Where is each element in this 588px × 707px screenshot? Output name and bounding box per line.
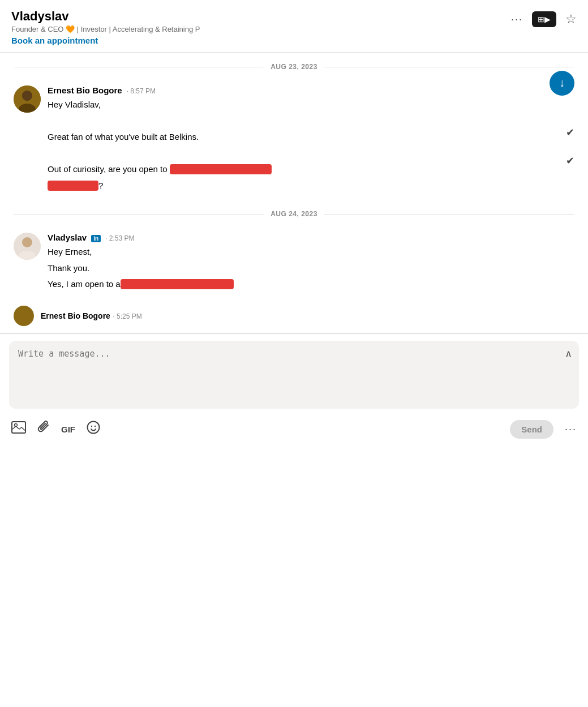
avatar-ernest-small (14, 306, 34, 326)
image-icon (11, 422, 26, 436)
message-vladyslav-1: Vladyslav in · 2:53 PM Hey Ernest, Thank… (0, 228, 588, 299)
message-toolbar: GIF Send ··· (9, 415, 579, 443)
redacted-text-3 (121, 279, 234, 289)
message-text-ernest-1: Hey Vladislav, Great fan of what you've … (48, 98, 574, 192)
contact-title: Founder & CEO 🧡 | Investor | Acceleratin… (11, 25, 200, 33)
linkedin-badge: in (91, 235, 101, 242)
preview-info: Ernest Bio Bogore · 5:25 PM (41, 311, 142, 321)
svg-point-5 (22, 237, 32, 247)
message-body-ernest-1: Ernest Bio Bogore · 8:57 PM Hey Vladisla… (48, 85, 574, 195)
avatar-ernest (14, 85, 41, 113)
read-receipt-2: ✔ (566, 155, 574, 167)
message-time-vladyslav: · 2:53 PM (105, 234, 134, 242)
svg-point-3 (22, 91, 32, 101)
more-options-button[interactable]: ··· (511, 14, 523, 25)
emoji-icon (87, 423, 100, 437)
message-input-wrapper: ∧ (9, 341, 579, 409)
redacted-text-1 (170, 164, 272, 174)
video-icon: ⊞▶ (538, 15, 551, 24)
send-button[interactable]: Send (510, 420, 553, 439)
arrow-down-icon: ↓ (559, 76, 565, 89)
book-appointment-link[interactable]: Book an appointment (11, 36, 98, 52)
chat-container: AUG 23, 2023 Ernest Bio Bogore · 8:57 PM (0, 53, 588, 333)
chevron-up-icon: ∧ (565, 348, 572, 359)
image-attach-button[interactable] (11, 421, 26, 437)
date-divider-2: AUG 24, 2023 (0, 200, 588, 228)
star-button[interactable]: ☆ (565, 12, 577, 27)
sender-name-vladyslav: Vladyslav (48, 233, 87, 242)
scroll-to-bottom-button[interactable]: ↓ (550, 71, 574, 96)
message-header-vladyslav: Vladyslav in · 2:53 PM (48, 233, 574, 242)
message-time: · 8:57 PM (127, 87, 156, 95)
expand-input-button[interactable]: ∧ (565, 348, 572, 360)
sender-name: Ernest Bio Bogore (48, 85, 122, 95)
message-text-vladyslav: Hey Ernest, Thank you. Yes, I am open to… (48, 246, 574, 291)
input-section: ∧ GIF (0, 333, 588, 450)
emoji-button[interactable] (87, 421, 100, 438)
header-actions: ··· ⊞▶ ☆ (511, 9, 577, 27)
toolbar-more-button[interactable]: ··· (565, 423, 577, 435)
contact-name: Vladyslav (11, 9, 200, 24)
avatar-vladyslav (14, 233, 41, 260)
message-ernest-1: Ernest Bio Bogore · 8:57 PM Hey Vladisla… (0, 81, 588, 200)
paperclip-icon (37, 423, 50, 438)
read-receipt-1: ✔ (566, 126, 574, 139)
more-icon: ··· (565, 423, 577, 435)
video-call-button[interactable]: ⊞▶ (532, 11, 556, 27)
redacted-text-2 (48, 181, 98, 191)
message-header-ernest: Ernest Bio Bogore · 8:57 PM (48, 85, 574, 95)
contact-info: Vladyslav Founder & CEO 🧡 | Investor | A… (11, 9, 200, 33)
preview-name: Ernest Bio Bogore · 5:25 PM (41, 311, 142, 321)
gif-button[interactable]: GIF (61, 425, 75, 434)
svg-point-10 (91, 426, 92, 427)
message-body-vladyslav: Vladyslav in · 2:53 PM Hey Ernest, Thank… (48, 233, 574, 294)
svg-point-9 (88, 422, 100, 434)
message-ernest-preview: Ernest Bio Bogore · 5:25 PM (0, 299, 588, 333)
message-header-panel: Vladyslav Founder & CEO 🧡 | Investor | A… (0, 0, 588, 53)
message-input[interactable] (18, 349, 570, 394)
chat-area: AUG 23, 2023 Ernest Bio Bogore · 8:57 PM (0, 53, 588, 333)
svg-point-11 (95, 426, 96, 427)
attachment-button[interactable] (37, 420, 50, 438)
date-divider-1: AUG 23, 2023 (0, 53, 588, 81)
